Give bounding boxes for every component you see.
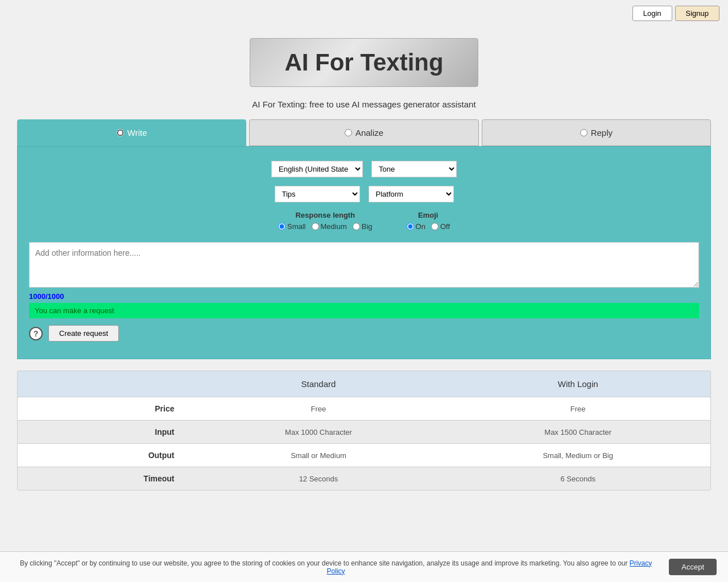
table-cell-label: Price (18, 397, 192, 421)
response-big-option[interactable]: Big (353, 222, 373, 231)
table-col-with-login: With Login (445, 371, 710, 397)
table-cell-standard: Free (192, 397, 446, 421)
char-count: 1000/1000 (29, 292, 699, 301)
controls-row-1: English (United State Spanish French Ger… (29, 161, 699, 177)
main-panel: English (United State Spanish French Ger… (17, 146, 711, 359)
emoji-on-option[interactable]: On (407, 222, 425, 231)
response-big-label: Big (362, 222, 373, 231)
table-row: Price Free Free (18, 397, 710, 421)
language-select[interactable]: English (United State Spanish French Ger… (271, 161, 363, 177)
table-cell-with-login: 6 Seconds (445, 467, 710, 490)
table-row: Output Small or Medium Small, Medium or … (18, 444, 710, 467)
response-length-label: Response length (278, 211, 373, 219)
help-icon[interactable]: ? (29, 327, 43, 340)
options-row: Response length Small Medium Big Emoji (29, 211, 699, 231)
logo-box: AI For Texting (250, 38, 478, 87)
tone-select[interactable]: Tone Formal Casual Friendly Professional (371, 161, 457, 177)
response-small-label: Small (287, 222, 306, 231)
login-button[interactable]: Login (632, 6, 672, 21)
response-small-radio[interactable] (278, 223, 286, 230)
tab-reply[interactable]: Reply (482, 119, 711, 146)
tab-write-label: Write (127, 128, 147, 138)
response-length-group: Response length Small Medium Big (278, 211, 373, 231)
emoji-on-label: On (416, 222, 425, 231)
signup-button[interactable]: Signup (675, 6, 719, 21)
emoji-off-option[interactable]: Off (431, 222, 450, 231)
create-request-button[interactable]: Create request (48, 325, 119, 342)
emoji-on-radio[interactable] (407, 223, 414, 230)
table-cell-standard: Max 1000 Character (192, 421, 446, 444)
textarea-wrapper (29, 242, 699, 289)
table-cell-with-login: Small, Medium or Big (445, 444, 710, 467)
table-cell-with-login: Free (445, 397, 710, 421)
emoji-off-label: Off (440, 222, 450, 231)
status-bar: You can make a request (29, 303, 699, 318)
top-navigation: Login Signup (0, 0, 728, 27)
pricing-table: Standard With Login Price Free Free Inpu… (17, 371, 711, 490)
table-cell-label: Output (18, 444, 192, 467)
response-length-radios: Small Medium Big (278, 222, 373, 231)
table-row: Input Max 1000 Character Max 1500 Charac… (18, 421, 710, 444)
response-big-radio[interactable] (353, 223, 360, 230)
tab-analize-label: Analize (355, 128, 383, 138)
tab-write-radio[interactable] (117, 129, 124, 136)
app-title: AI For Texting (284, 49, 443, 76)
table-cell-with-login: Max 1500 Character (445, 421, 710, 444)
emoji-label: Emoji (407, 211, 450, 219)
emoji-radios: On Off (407, 222, 450, 231)
tab-write[interactable]: Write (17, 119, 246, 146)
table-col-standard: Standard (192, 371, 446, 397)
response-medium-option[interactable]: Medium (312, 222, 347, 231)
tab-analize[interactable]: Analize (249, 119, 478, 146)
table-cell-label: Timeout (18, 467, 192, 490)
emoji-group: Emoji On Off (407, 211, 450, 231)
platform-select[interactable]: Platform SMS WhatsApp Email Twitter (369, 186, 454, 202)
table-cell-standard: Small or Medium (192, 444, 446, 467)
tips-select[interactable]: Tips Short Long Bullet Points (275, 186, 360, 202)
response-medium-radio[interactable] (312, 223, 319, 230)
controls-row-2: Tips Short Long Bullet Points Platform S… (29, 186, 699, 202)
response-medium-label: Medium (321, 222, 347, 231)
tab-reply-radio[interactable] (580, 129, 588, 136)
response-small-option[interactable]: Small (278, 222, 306, 231)
additional-info-textarea[interactable] (29, 242, 699, 288)
table-cell-standard: 12 Seconds (192, 467, 446, 490)
create-row: ? Create request (29, 325, 699, 342)
table-col-empty (18, 371, 192, 397)
tab-analize-radio[interactable] (345, 129, 352, 136)
logo-area: AI For Texting (0, 27, 728, 93)
table-cell-label: Input (18, 421, 192, 444)
subtitle: AI For Texting: free to use AI messages … (0, 93, 728, 119)
tab-bar: Write Analize Reply (17, 119, 711, 146)
tab-reply-label: Reply (591, 128, 613, 138)
emoji-off-radio[interactable] (431, 223, 439, 230)
table-row: Timeout 12 Seconds 6 Seconds (18, 467, 710, 490)
